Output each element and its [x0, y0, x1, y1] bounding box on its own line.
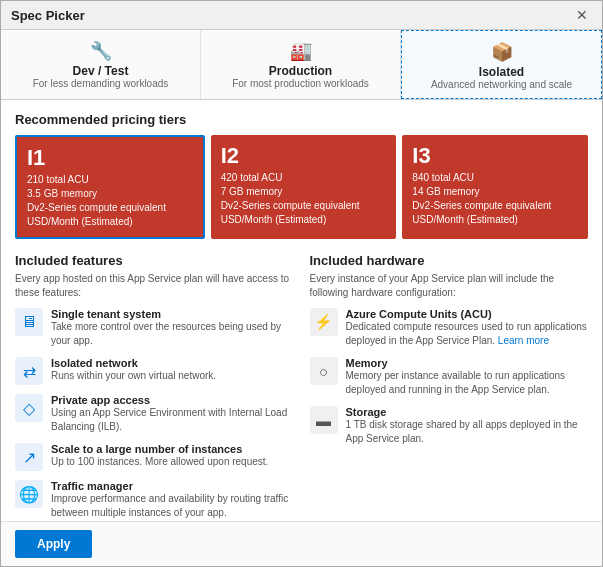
tier-i2-acu: 420 total ACU [221, 171, 387, 185]
storage-desc: 1 TB disk storage shared by all apps dep… [346, 418, 589, 446]
tier-i1-compute: Dv2-Series compute equivalent [27, 201, 193, 215]
tier-i3-compute: Dv2-Series compute equivalent [412, 199, 578, 213]
tier-i3-id: I3 [412, 143, 578, 169]
tab-dev-test[interactable]: 🔧 Dev / Test For less demanding workload… [1, 30, 201, 99]
traffic-manager-desc: Improve performance and availability by … [51, 492, 294, 520]
dev-test-sublabel: For less demanding workloads [7, 78, 194, 89]
feature-scale: ↗ Scale to a large number of instances U… [15, 443, 294, 471]
tier-i3-price: USD/Month (Estimated) [412, 213, 578, 227]
dev-test-label: Dev / Test [7, 64, 194, 78]
feature-private-app-access: ◇ Private app access Using an App Servic… [15, 394, 294, 434]
private-app-icon: ◇ [15, 394, 43, 422]
production-sublabel: For most production workloads [207, 78, 394, 89]
tier-i2-memory: 7 GB memory [221, 185, 387, 199]
storage-icon: ▬ [310, 406, 338, 434]
features-column: Included features Every app hosted on th… [15, 253, 294, 521]
acu-icon: ⚡ [310, 308, 338, 336]
feature-isolated-network: ⇄ Isolated network Runs within your own … [15, 357, 294, 385]
hardware-column: Included hardware Every instance of your… [310, 253, 589, 521]
memory-icon: ○ [310, 357, 338, 385]
scale-icon: ↗ [15, 443, 43, 471]
acu-name: Azure Compute Units (ACU) [346, 308, 589, 320]
tab-isolated[interactable]: 📦 Isolated Advanced networking and scale [401, 30, 602, 99]
tier-i1[interactable]: I1 210 total ACU 3.5 GB memory Dv2-Serie… [15, 135, 205, 239]
single-tenant-icon: 🖥 [15, 308, 43, 336]
hardware-memory: ○ Memory Memory per instance available t… [310, 357, 589, 397]
tier-i1-memory: 3.5 GB memory [27, 187, 193, 201]
tier-i2-compute: Dv2-Series compute equivalent [221, 199, 387, 213]
tier-i2-price: USD/Month (Estimated) [221, 213, 387, 227]
features-hardware-columns: Included features Every app hosted on th… [15, 253, 588, 521]
close-button[interactable]: ✕ [572, 7, 592, 23]
feature-traffic-manager: 🌐 Traffic manager Improve performance an… [15, 480, 294, 520]
private-app-desc: Using an App Service Environment with In… [51, 406, 294, 434]
pricing-section-title: Recommended pricing tiers [15, 112, 588, 127]
title-bar: Spec Picker ✕ [1, 1, 602, 30]
hardware-storage: ▬ Storage 1 TB disk storage shared by al… [310, 406, 589, 446]
spec-picker-window: Spec Picker ✕ 🔧 Dev / Test For less dema… [0, 0, 603, 567]
private-app-name: Private app access [51, 394, 294, 406]
tab-production[interactable]: 🏭 Production For most production workloa… [201, 30, 401, 99]
tier-i3[interactable]: I3 840 total ACU 14 GB memory Dv2-Series… [402, 135, 588, 239]
tier-i3-acu: 840 total ACU [412, 171, 578, 185]
features-subtitle: Every app hosted on this App Service pla… [15, 272, 294, 300]
tiers-container: I1 210 total ACU 3.5 GB memory Dv2-Serie… [15, 135, 588, 239]
acu-desc: Dedicated compute resources used to run … [346, 320, 589, 348]
production-icon: 🏭 [207, 40, 394, 62]
memory-desc: Memory per instance available to run app… [346, 369, 589, 397]
features-title: Included features [15, 253, 294, 268]
tier-i1-price: USD/Month (Estimated) [27, 215, 193, 229]
scale-name: Scale to a large number of instances [51, 443, 268, 455]
tier-i2-id: I2 [221, 143, 387, 169]
tier-i1-acu: 210 total ACU [27, 173, 193, 187]
traffic-manager-icon: 🌐 [15, 480, 43, 508]
hardware-title: Included hardware [310, 253, 589, 268]
single-tenant-name: Single tenant system [51, 308, 294, 320]
isolated-network-desc: Runs within your own virtual network. [51, 369, 216, 383]
memory-name: Memory [346, 357, 589, 369]
isolated-network-icon: ⇄ [15, 357, 43, 385]
storage-name: Storage [346, 406, 589, 418]
tier-i2[interactable]: I2 420 total ACU 7 GB memory Dv2-Series … [211, 135, 397, 239]
isolated-sublabel: Advanced networking and scale [408, 79, 595, 90]
tabs-container: 🔧 Dev / Test For less demanding workload… [1, 30, 602, 100]
hardware-subtitle: Every instance of your App Service plan … [310, 272, 589, 300]
feature-single-tenant: 🖥 Single tenant system Take more control… [15, 308, 294, 348]
footer: Apply [1, 521, 602, 566]
isolated-network-name: Isolated network [51, 357, 216, 369]
dev-test-icon: 🔧 [7, 40, 194, 62]
hardware-acu: ⚡ Azure Compute Units (ACU) Dedicated co… [310, 308, 589, 348]
production-label: Production [207, 64, 394, 78]
tier-i3-memory: 14 GB memory [412, 185, 578, 199]
tier-i1-id: I1 [27, 145, 193, 171]
isolated-label: Isolated [408, 65, 595, 79]
isolated-icon: 📦 [408, 41, 595, 63]
learn-more-link[interactable]: Learn more [498, 335, 549, 346]
traffic-manager-name: Traffic manager [51, 480, 294, 492]
main-content: Recommended pricing tiers I1 210 total A… [1, 100, 602, 521]
apply-button[interactable]: Apply [15, 530, 92, 558]
window-title: Spec Picker [11, 8, 85, 23]
single-tenant-desc: Take more control over the resources bei… [51, 320, 294, 348]
scale-desc: Up to 100 instances. More allowed upon r… [51, 455, 268, 469]
